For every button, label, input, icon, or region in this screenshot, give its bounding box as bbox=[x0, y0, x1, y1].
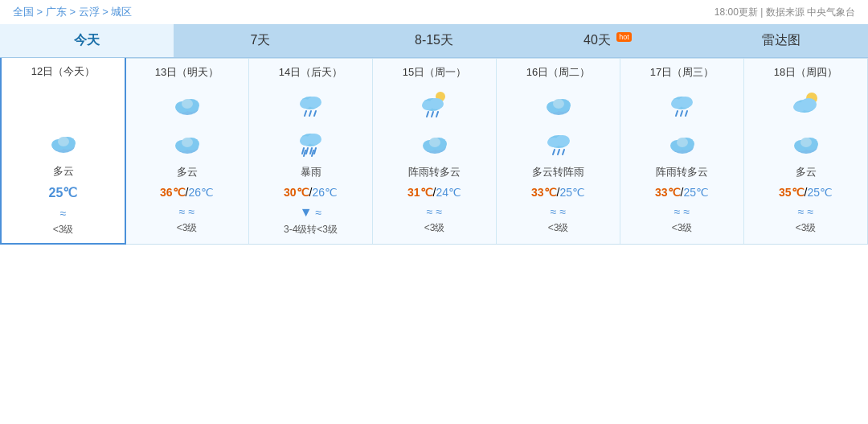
update-info: 18:00更新 | 数据来源 中央气象台 bbox=[714, 6, 855, 19]
weather-icon-top-14 bbox=[294, 86, 328, 121]
wind-level-16: <3级 bbox=[548, 221, 569, 235]
svg-point-57 bbox=[677, 138, 688, 147]
svg-line-46 bbox=[558, 150, 559, 154]
svg-line-16 bbox=[309, 111, 311, 116]
svg-line-51 bbox=[676, 111, 678, 116]
date-label-17: 17日（周三） bbox=[650, 65, 714, 80]
day-col-15: 15日（周一） 阵雨转多云 31℃/24℃ bbox=[373, 59, 497, 244]
tab-7day[interactable]: 7天 bbox=[174, 24, 347, 57]
svg-line-22 bbox=[306, 148, 308, 154]
wind-level-today: <3级 bbox=[53, 223, 74, 237]
weather-icon-top-16 bbox=[542, 86, 575, 121]
svg-line-23 bbox=[310, 148, 312, 154]
hot-badge: hot bbox=[616, 32, 632, 42]
wind-row-13: ≈ ≈ bbox=[179, 205, 194, 218]
svg-line-45 bbox=[553, 150, 555, 154]
temp-13: 36℃/26℃ bbox=[160, 186, 214, 199]
wind-row-16: ≈ ≈ bbox=[551, 205, 566, 218]
weather-icon-bottom-16 bbox=[542, 125, 575, 160]
day-col-16: 16日（周二） 多云转阵雨 33℃/25℃ ≈ bbox=[497, 59, 620, 244]
breadcrumb[interactable]: 全国 > 广东 > 云浮 > 城区 bbox=[13, 5, 132, 19]
weather-desc-15: 阵雨转多云 bbox=[408, 165, 461, 179]
date-label-18: 18日（周四） bbox=[774, 65, 837, 80]
svg-line-31 bbox=[427, 112, 428, 117]
svg-point-50 bbox=[678, 97, 693, 108]
wind-row-today: ≈ bbox=[60, 207, 67, 220]
wind-level-14: 3-4级转<3级 bbox=[284, 223, 338, 237]
wind-level-18: <3级 bbox=[796, 221, 817, 235]
svg-point-41 bbox=[553, 99, 564, 109]
weather-icon-bottom-17 bbox=[665, 125, 699, 160]
svg-point-3 bbox=[58, 137, 69, 146]
svg-line-53 bbox=[686, 111, 687, 116]
svg-point-37 bbox=[429, 138, 440, 147]
weather-icon-bottom-today bbox=[47, 124, 80, 159]
svg-point-14 bbox=[307, 97, 321, 108]
tab-today[interactable]: 今天 bbox=[0, 24, 174, 57]
svg-line-15 bbox=[305, 111, 306, 116]
weather-desc-17: 阵雨转多云 bbox=[656, 165, 708, 179]
top-bar: 全国 > 广东 > 云浮 > 城区 18:00更新 | 数据来源 中央气象台 bbox=[0, 0, 868, 24]
wind-icon-today: ≈ bbox=[60, 207, 67, 220]
weather-desc-13: 多云 bbox=[177, 165, 198, 179]
tab-8-15day[interactable]: 8-15天 bbox=[347, 24, 521, 57]
svg-point-61 bbox=[800, 98, 817, 111]
weather-icon-top-17 bbox=[665, 86, 699, 121]
breadcrumb-text[interactable]: 全国 > 广东 > 云浮 > 城区 bbox=[13, 6, 132, 18]
wind-level-17: <3级 bbox=[672, 221, 693, 235]
update-time: 18:00更新 bbox=[714, 6, 758, 18]
svg-point-44 bbox=[555, 135, 570, 146]
day-col-today: 12日（今天） 多云 25℃ ≈ <3级 bbox=[0, 58, 126, 245]
weather-icon-bottom-15 bbox=[418, 125, 452, 160]
wind-row-17: ≈ ≈ bbox=[674, 205, 690, 218]
weather-desc-18: 多云 bbox=[796, 165, 817, 179]
tab-40day[interactable]: 40天 hot bbox=[521, 24, 694, 57]
temp-16: 33℃/25℃ bbox=[531, 186, 585, 199]
svg-line-26 bbox=[312, 150, 313, 156]
temp-18: 35℃/25℃ bbox=[779, 186, 833, 199]
svg-line-33 bbox=[436, 112, 438, 117]
data-source: 数据来源 中央气象台 bbox=[766, 6, 855, 18]
svg-point-11 bbox=[182, 138, 193, 147]
date-label-14: 14日（后天） bbox=[279, 65, 342, 80]
weather-icon-top-18 bbox=[789, 86, 823, 121]
wind-level-15: <3级 bbox=[424, 221, 445, 235]
svg-point-7 bbox=[182, 99, 193, 109]
date-label: 12日（今天） bbox=[31, 64, 95, 79]
day-col-13: 13日（明天） 多云 36℃/26℃ ≈ ≈ <3级 bbox=[125, 59, 249, 244]
svg-line-21 bbox=[302, 148, 304, 154]
temp-14: 30℃/26℃ bbox=[284, 186, 338, 199]
wind-arrow-icon: ▼ bbox=[300, 205, 313, 220]
svg-line-52 bbox=[681, 111, 682, 116]
tab-bar: 今天 7天 8-15天 40天 hot 雷达图 bbox=[0, 24, 868, 58]
weather-icon-bottom-13 bbox=[170, 125, 204, 160]
svg-line-25 bbox=[304, 150, 305, 156]
weather-desc-16: 多云转阵雨 bbox=[532, 165, 584, 179]
svg-line-47 bbox=[563, 150, 564, 154]
day-col-17: 17日（周三） 阵雨转多云 33℃/25℃ ≈ ≈ bbox=[620, 59, 744, 244]
date-label-16: 16日（周二） bbox=[526, 65, 590, 80]
day-col-14: 14日（后天） bbox=[249, 59, 373, 244]
date-label-15: 15日（周一） bbox=[403, 65, 466, 80]
weather-icon-top-15 bbox=[418, 86, 452, 121]
wind-row-14: ▼ ≈ bbox=[300, 205, 322, 220]
temp-today: 25℃ bbox=[49, 185, 78, 200]
svg-line-24 bbox=[314, 148, 316, 154]
wind-row-18: ≈ ≈ bbox=[798, 205, 813, 218]
weather-icon-bottom-14 bbox=[294, 125, 328, 160]
wind-level-13: <3级 bbox=[177, 221, 198, 235]
svg-point-20 bbox=[307, 134, 321, 145]
wind-row-15: ≈ ≈ bbox=[427, 205, 442, 218]
svg-line-32 bbox=[432, 112, 433, 117]
svg-point-30 bbox=[429, 98, 444, 109]
weather-icon-bottom-18 bbox=[789, 125, 823, 160]
svg-line-17 bbox=[314, 111, 316, 116]
day-col-18: 18日（周四） 多云 35℃/25℃ ≈ ≈ <3级 bbox=[744, 59, 867, 244]
date-label-13: 13日（明天） bbox=[155, 65, 219, 80]
tab-radar[interactable]: 雷达图 bbox=[694, 24, 868, 57]
weather-desc-today: 多云 bbox=[53, 164, 74, 179]
temp-17: 33℃/25℃ bbox=[655, 186, 709, 199]
temp-15: 31℃/24℃ bbox=[407, 186, 461, 199]
weather-desc-14: 暴雨 bbox=[301, 165, 321, 179]
weather-icon-top-13 bbox=[170, 86, 204, 121]
